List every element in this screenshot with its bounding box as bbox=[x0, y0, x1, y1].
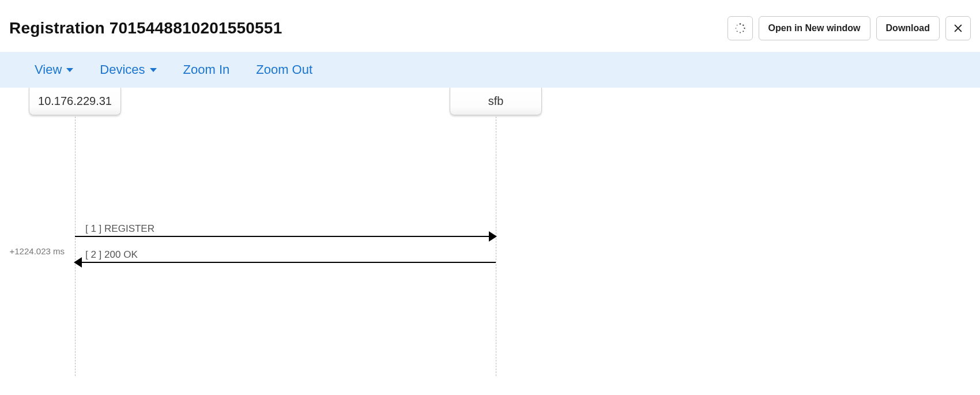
page-title: Registration 7015448810201550551 bbox=[9, 19, 282, 37]
svg-point-5 bbox=[736, 31, 737, 32]
download-button[interactable]: Download bbox=[876, 16, 940, 40]
header-actions: Open in New window Download bbox=[728, 16, 971, 40]
sequence-diagram: 10.176.229.31 sfb [ 1 ] REGISTER +1224.0… bbox=[0, 88, 980, 376]
message-1[interactable]: [ 1 ] REGISTER bbox=[75, 223, 496, 237]
arrow-right-icon bbox=[75, 236, 496, 237]
svg-point-0 bbox=[739, 23, 741, 25]
lifeline-right bbox=[496, 116, 496, 376]
menu-devices-label: Devices bbox=[100, 62, 145, 77]
spinner-icon bbox=[734, 22, 746, 34]
menu-zoom-out-label: Zoom Out bbox=[256, 62, 312, 77]
svg-point-1 bbox=[742, 24, 744, 26]
message-1-label: [ 1 ] REGISTER bbox=[75, 223, 496, 235]
loading-button[interactable] bbox=[728, 16, 753, 40]
lifeline-left bbox=[75, 116, 76, 376]
svg-point-7 bbox=[736, 25, 737, 26]
timestamp-2: +1224.023 ms bbox=[0, 246, 65, 256]
svg-point-2 bbox=[744, 28, 745, 29]
header-bar: Registration 7015448810201550551 bbox=[0, 0, 980, 52]
actor-left[interactable]: 10.176.229.31 bbox=[29, 88, 121, 115]
menu-view-label: View bbox=[35, 62, 62, 77]
open-new-window-button[interactable]: Open in New window bbox=[759, 16, 870, 40]
caret-down-icon bbox=[150, 68, 157, 72]
menu-view[interactable]: View bbox=[35, 62, 73, 77]
close-button[interactable] bbox=[945, 16, 971, 40]
message-2[interactable]: [ 2 ] 200 OK bbox=[75, 249, 496, 263]
caret-down-icon bbox=[66, 68, 73, 72]
menu-zoom-in-label: Zoom In bbox=[183, 62, 230, 77]
menu-zoom-out[interactable]: Zoom Out bbox=[256, 62, 312, 77]
message-2-label: [ 2 ] 200 OK bbox=[75, 249, 496, 261]
arrow-left-icon bbox=[75, 262, 496, 263]
svg-point-3 bbox=[742, 31, 744, 32]
menu-devices[interactable]: Devices bbox=[100, 62, 156, 77]
actor-right[interactable]: sfb bbox=[450, 88, 542, 115]
close-icon bbox=[953, 24, 963, 33]
svg-point-4 bbox=[740, 32, 741, 33]
svg-point-6 bbox=[735, 28, 736, 29]
toolbar: View Devices Zoom In Zoom Out bbox=[0, 52, 980, 88]
menu-zoom-in[interactable]: Zoom In bbox=[183, 62, 230, 77]
